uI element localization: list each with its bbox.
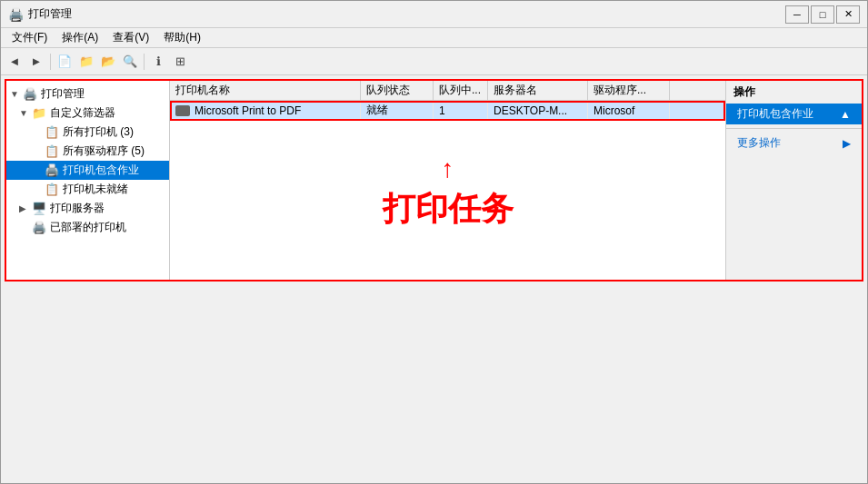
action-more-arrow: ▶ [843, 137, 851, 150]
sidebar-item-printer-not-ready[interactable]: 📋 打印机未就绪 [6, 180, 169, 199]
menu-bar: 文件(F) 操作(A) 查看(V) 帮助(H) [1, 28, 867, 48]
toolbar: ◄ ► 📄 📁 📂 🔍 ℹ ⊞ [1, 48, 867, 75]
deployed-printers-icon: 🖨️ [32, 221, 46, 235]
cell-server-name: DESKTOP-M... [488, 101, 588, 120]
sidebar-tree: ▼ 🖨️ 打印管理 ▼ 📁 自定义筛选器 📋 所有打印机 (3) 📋 所有驱动程… [6, 81, 170, 280]
menu-file[interactable]: 文件(F) [5, 28, 55, 47]
window: 🖨️ 打印管理 ─ □ ✕ 文件(F) 操作(A) 查看(V) 帮助(H) ◄ … [0, 0, 868, 484]
menu-view[interactable]: 查看(V) [105, 28, 156, 47]
sidebar-label-printer-jobs: 打印机包含作业 [63, 163, 139, 178]
window-controls: ─ □ ✕ [785, 5, 860, 24]
cell-queue-jobs: 1 [434, 101, 488, 120]
expand-icon-root: ▼ [10, 89, 23, 99]
sidebar-label-all-drivers: 所有驱动程序 (5) [63, 143, 145, 159]
printer-jobs-icon: 🖨️ [45, 163, 59, 178]
sidebar-label-print-server: 打印服务器 [50, 201, 105, 216]
bottom-area [1, 285, 867, 484]
title-bar: 🖨️ 打印管理 ─ □ ✕ [1, 1, 867, 28]
menu-action[interactable]: 操作(A) [55, 28, 105, 47]
close-button[interactable]: ✕ [836, 5, 860, 24]
toolbar-separator-2 [144, 54, 145, 70]
window-title: 打印管理 [28, 6, 785, 22]
print-server-icon: 🖥️ [32, 202, 46, 216]
actions-header: 操作 [726, 81, 862, 104]
expand-icon-server: ▶ [19, 203, 32, 213]
toolbar-separator-1 [50, 54, 51, 70]
table-row[interactable]: Microsoft Print to PDF 就绪 1 DESKTOP-M...… [170, 101, 725, 121]
action-more-label: 更多操作 [737, 135, 781, 151]
sidebar-label-all-printers: 所有打印机 (3) [63, 124, 134, 140]
center-panel: 打印机名称 队列状态 队列中... 服务器名 驱动程序... Microsoft… [170, 81, 725, 280]
toolbar-page[interactable]: 📄 [55, 52, 75, 72]
sidebar-item-root[interactable]: ▼ 🖨️ 打印管理 [6, 84, 169, 104]
cell-queue-status: 就绪 [361, 101, 434, 120]
sidebar-item-all-drivers[interactable]: 📋 所有驱动程序 (5) [6, 142, 169, 161]
annotation-overlay: ↑ 打印任务 [383, 154, 514, 232]
cell-printer-name: Microsoft Print to PDF [170, 101, 361, 120]
toolbar-forward[interactable]: ► [26, 52, 46, 72]
actions-panel: 操作 打印机包含作业 ▲ 更多操作 ▶ [725, 81, 862, 280]
toolbar-back[interactable]: ◄ [5, 52, 25, 72]
toolbar-folder[interactable]: 📁 [76, 52, 96, 72]
toolbar-search[interactable]: 🔍 [120, 52, 140, 72]
action-more[interactable]: 更多操作 ▶ [726, 133, 862, 153]
expand-icon-custom: ▼ [19, 108, 32, 118]
main-content: ▼ 🖨️ 打印管理 ▼ 📁 自定义筛选器 📋 所有打印机 (3) 📋 所有驱动程… [5, 79, 863, 282]
col-server-name: 服务器名 [488, 81, 588, 100]
table-body: Microsoft Print to PDF 就绪 1 DESKTOP-M...… [170, 101, 725, 280]
sidebar-label-printer-not-ready: 打印机未就绪 [63, 182, 128, 197]
printer-row-icon [175, 105, 190, 116]
cell-driver: Microsof [588, 101, 670, 120]
toolbar-grid[interactable]: ⊞ [170, 52, 190, 72]
sidebar-item-deployed-printers[interactable]: 🖨️ 已部署的打印机 [6, 218, 169, 237]
col-queue-jobs: 队列中... [434, 81, 488, 100]
all-printers-icon: 📋 [45, 125, 59, 140]
action-printer-jobs-arrow: ▲ [840, 108, 851, 121]
annotation-text: 打印任务 [383, 190, 514, 227]
maximize-button[interactable]: □ [811, 5, 834, 24]
sidebar-label-root: 打印管理 [41, 86, 85, 102]
sidebar-item-custom-filter[interactable]: ▼ 📁 自定义筛选器 [6, 104, 169, 123]
annotation-arrow: ↑ [383, 154, 514, 183]
action-separator [726, 128, 862, 129]
action-printer-jobs-label: 打印机包含作业 [737, 106, 813, 122]
sidebar-item-print-server[interactable]: ▶ 🖥️ 打印服务器 [6, 199, 169, 218]
sidebar-label-custom-filter: 自定义筛选器 [50, 105, 115, 121]
table-header: 打印机名称 队列状态 队列中... 服务器名 驱动程序... [170, 81, 725, 101]
root-icon: 🖨️ [23, 87, 37, 102]
sidebar-item-printer-jobs[interactable]: 🖨️ 打印机包含作业 [6, 161, 169, 180]
printer-not-ready-icon: 📋 [45, 183, 59, 197]
all-drivers-icon: 📋 [45, 144, 59, 159]
minimize-button[interactable]: ─ [785, 5, 809, 24]
title-icon: 🖨️ [8, 7, 23, 22]
action-printer-jobs[interactable]: 打印机包含作业 ▲ [726, 104, 862, 124]
col-queue-status: 队列状态 [361, 81, 434, 100]
toolbar-folder-open[interactable]: 📂 [98, 52, 118, 72]
sidebar-item-all-printers[interactable]: 📋 所有打印机 (3) [6, 123, 169, 142]
menu-help[interactable]: 帮助(H) [156, 28, 208, 47]
col-name: 打印机名称 [170, 81, 361, 100]
toolbar-info[interactable]: ℹ [148, 52, 168, 72]
col-driver: 驱动程序... [588, 81, 670, 100]
sidebar-label-deployed-printers: 已部署的打印机 [50, 220, 126, 235]
custom-filter-icon: 📁 [32, 106, 46, 121]
